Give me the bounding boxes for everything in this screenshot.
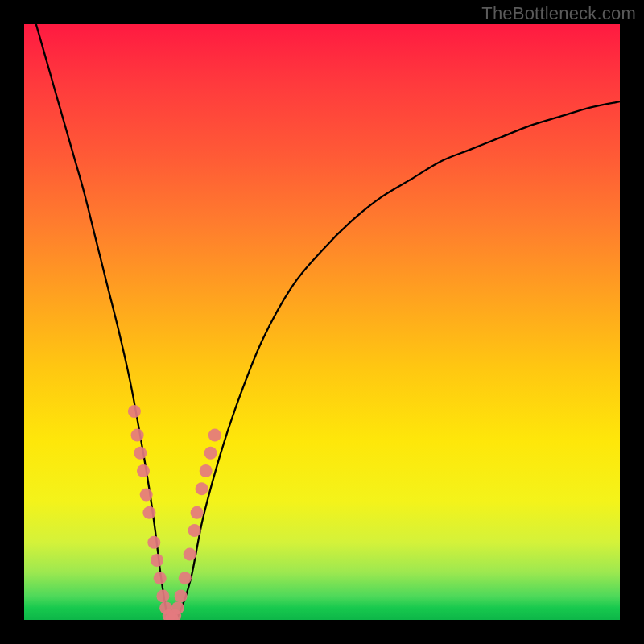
chart-frame: TheBottleneck.com [0, 0, 644, 644]
watermark-text: TheBottleneck.com [481, 3, 636, 24]
plot-background [24, 24, 620, 620]
